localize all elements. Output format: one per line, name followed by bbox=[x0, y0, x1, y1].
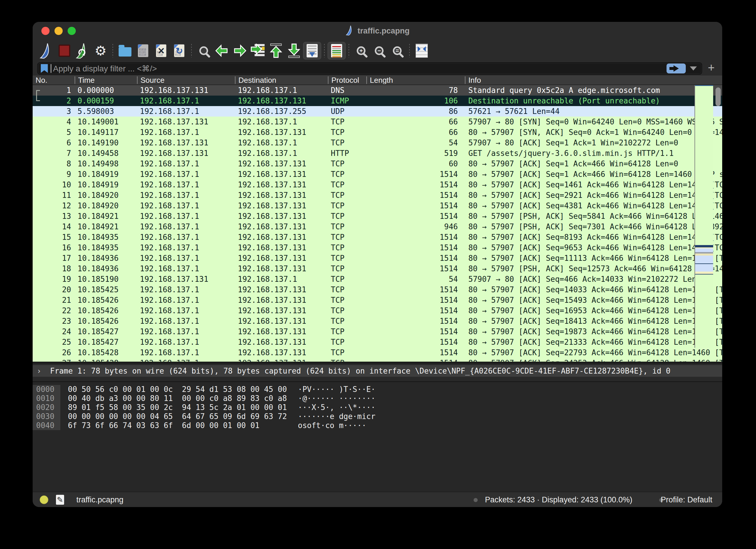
packet-row[interactable]: 410.149001192.168.137.131192.168.137.1TC… bbox=[33, 117, 722, 127]
cell-no: 21 bbox=[33, 295, 75, 305]
zoom-reset-icon[interactable]: = bbox=[388, 42, 406, 59]
cell-info: 80 → 57907 [PSH, ACK] Seq=7301 Ack=466 W… bbox=[465, 221, 722, 232]
next-packet-icon[interactable] bbox=[231, 42, 249, 59]
packet-row[interactable]: 610.149190192.168.137.131192.168.137.1TC… bbox=[33, 138, 722, 148]
minimize-window-button[interactable] bbox=[54, 27, 63, 35]
hex-row[interactable]: 002089 01 f5 58 00 35 00 2c 94 13 5c 2a … bbox=[33, 403, 722, 412]
start-capture-icon[interactable] bbox=[37, 42, 55, 59]
packet-row[interactable]: 2310.185426192.168.137.1192.168.137.131T… bbox=[33, 316, 722, 326]
resize-columns-icon[interactable] bbox=[413, 42, 431, 59]
packet-bytes-pane[interactable]: 000000 50 56 c0 00 01 00 0c 29 54 d1 53 … bbox=[33, 381, 722, 492]
packet-list[interactable]: 10.000000192.168.137.131192.168.137.1DNS… bbox=[33, 85, 722, 362]
zoom-out-icon[interactable]: − bbox=[370, 42, 388, 59]
intelligent-scrollbar-minimap[interactable] bbox=[695, 85, 713, 348]
cell-info: 80 → 57907 [PSH, ACK] Seq=12573 Ack=466 … bbox=[465, 263, 722, 274]
goto-packet-icon[interactable] bbox=[249, 42, 267, 59]
column-header-time[interactable]: Time bbox=[75, 76, 137, 84]
packet-row[interactable]: 1010.184919192.168.137.1192.168.137.131T… bbox=[33, 180, 722, 190]
cell-proto: TCP bbox=[328, 358, 366, 362]
stop-capture-icon[interactable] bbox=[55, 42, 73, 59]
hex-row[interactable]: 003000 00 00 00 00 00 04 65 64 67 65 09 … bbox=[33, 412, 722, 421]
hex-offset: 0030 bbox=[33, 412, 60, 421]
packet-row[interactable]: 2410.185427192.168.137.1192.168.137.131T… bbox=[33, 326, 722, 337]
hex-row[interactable]: 00406f 73 6f 66 74 03 63 6f 6d 00 00 01 … bbox=[33, 421, 722, 430]
close-file-icon[interactable]: 01111110✕ bbox=[152, 42, 170, 59]
column-header-info[interactable]: Info bbox=[465, 76, 722, 84]
packet-row[interactable]: 910.184919192.168.137.1192.168.137.131TC… bbox=[33, 169, 722, 180]
packet-row[interactable]: 35.598003192.168.137.1192.168.137.255UDP… bbox=[33, 106, 722, 117]
packet-row[interactable]: 2210.185426192.168.137.1192.168.137.131T… bbox=[33, 305, 722, 316]
add-filter-button[interactable]: + bbox=[706, 62, 718, 75]
packet-row[interactable]: 1710.184936192.168.137.1192.168.137.131T… bbox=[33, 253, 722, 263]
profile-text[interactable]: Profile: Default bbox=[661, 495, 712, 504]
zoom-window-button[interactable] bbox=[68, 27, 76, 35]
packet-list-header[interactable]: No.TimeSourceDestinationProtocolLengthIn… bbox=[33, 75, 722, 85]
zoom-in-icon[interactable]: + bbox=[352, 42, 370, 59]
cell-no: 8 bbox=[33, 159, 75, 169]
filter-dropdown-icon[interactable] bbox=[690, 66, 697, 71]
column-header-destination[interactable]: Destination bbox=[235, 76, 328, 84]
packet-row[interactable]: 810.149498192.168.137.1192.168.137.131TC… bbox=[33, 159, 722, 169]
open-file-icon[interactable] bbox=[116, 42, 134, 59]
close-window-button[interactable] bbox=[41, 27, 50, 35]
capture-comments-icon[interactable]: ✎ bbox=[56, 495, 64, 505]
first-packet-icon[interactable] bbox=[267, 42, 285, 59]
filter-bookmark-icon[interactable] bbox=[41, 64, 48, 73]
reload-file-icon[interactable]: 10100110↻ bbox=[170, 42, 188, 59]
display-filter-input[interactable]: Apply a display filter ... <⌘/> bbox=[37, 62, 702, 75]
save-file-icon[interactable]: 010100110101110 bbox=[134, 42, 152, 59]
hex-offset: 0010 bbox=[33, 394, 60, 403]
cell-dst: 192.168.137.131 bbox=[235, 295, 328, 305]
cell-info: 80 → 57907 [ACK] Seq=1 Ack=466 Win=64128… bbox=[465, 159, 722, 169]
packet-row[interactable]: 1410.184921192.168.137.1192.168.137.131T… bbox=[33, 221, 722, 232]
cell-info: 57907 → 80 [ACK] Seq=466 Ack=14033 Win=2… bbox=[465, 274, 722, 284]
find-packet-icon[interactable] bbox=[195, 42, 213, 59]
cell-info: 80 → 57907 [ACK] Seq=22793 Ack=466 Win=6… bbox=[465, 347, 722, 358]
column-header-protocol[interactable]: Protocol bbox=[328, 76, 366, 84]
packet-row[interactable]: 1810.184936192.168.137.1192.168.137.131T… bbox=[33, 263, 722, 274]
hex-row[interactable]: 000000 50 56 c0 00 01 00 0c 29 54 d1 53 … bbox=[33, 385, 722, 394]
packet-row[interactable]: 2710.185428192.168.137.1192.168.137.131T… bbox=[33, 358, 722, 362]
packet-row[interactable]: 1210.184920192.168.137.1192.168.137.131T… bbox=[33, 200, 722, 211]
restart-capture-icon[interactable] bbox=[73, 42, 92, 59]
packet-row[interactable]: 1610.184935192.168.137.1192.168.137.131T… bbox=[33, 242, 722, 253]
frame-summary-row[interactable]: › Frame 1: 78 bytes on wire (624 bits), … bbox=[33, 365, 722, 377]
packet-row[interactable]: 510.149117192.168.137.1192.168.137.131TC… bbox=[33, 127, 722, 138]
last-packet-icon[interactable] bbox=[285, 42, 303, 59]
packet-row[interactable]: 2610.185428192.168.137.1192.168.137.131T… bbox=[33, 347, 722, 358]
packet-row[interactable]: 2510.185427192.168.137.1192.168.137.131T… bbox=[33, 337, 722, 347]
packet-row[interactable]: 1510.184935192.168.137.1192.168.137.131T… bbox=[33, 232, 722, 242]
previous-packet-icon[interactable] bbox=[213, 42, 231, 59]
column-header-no[interactable]: No. bbox=[33, 76, 75, 84]
packet-row[interactable]: 20.000159192.168.137.1192.168.137.131ICM… bbox=[33, 96, 722, 106]
packet-row[interactable]: 710.149458192.168.137.131192.168.137.1HT… bbox=[33, 148, 722, 159]
expander-icon[interactable]: › bbox=[37, 365, 45, 377]
packet-row[interactable]: 1910.185190192.168.137.131192.168.137.1T… bbox=[33, 274, 722, 284]
text-cursor bbox=[51, 64, 51, 73]
cell-dst: 192.168.137.131 bbox=[235, 159, 328, 169]
cell-len: 1514 bbox=[366, 180, 465, 190]
apply-filter-button[interactable] bbox=[667, 64, 686, 73]
cell-proto: TCP bbox=[328, 211, 366, 221]
packet-row[interactable]: 1110.184920192.168.137.1192.168.137.131T… bbox=[33, 190, 722, 200]
column-header-length[interactable]: Length bbox=[366, 76, 465, 84]
cell-time: 10.185190 bbox=[75, 274, 137, 284]
cell-src: 192.168.137.1 bbox=[137, 242, 235, 253]
hex-bytes: 6f 73 6f 66 74 03 63 6f 6d 00 00 01 00 0… bbox=[60, 421, 298, 430]
packet-row[interactable]: 1310.184921192.168.137.1192.168.137.131T… bbox=[33, 211, 722, 221]
column-header-source[interactable]: Source bbox=[137, 76, 235, 84]
cell-info: 80 → 57907 [ACK] Seq=11113 Ack=466 Win=6… bbox=[465, 253, 722, 263]
packet-row[interactable]: 2110.185426192.168.137.1192.168.137.131T… bbox=[33, 295, 722, 305]
capture-options-icon[interactable]: ⚙ bbox=[92, 42, 110, 59]
packet-row[interactable]: 2010.185425192.168.137.1192.168.137.131T… bbox=[33, 284, 722, 295]
cell-info: 80 → 57907 [ACK] Seq=19873 Ack=466 Win=6… bbox=[465, 326, 722, 337]
cell-dst: 192.168.137.131 bbox=[235, 326, 328, 337]
cell-time: 10.149190 bbox=[75, 138, 137, 148]
hex-row[interactable]: 001000 40 db a3 00 00 80 11 00 00 c0 a8 … bbox=[33, 394, 722, 403]
cell-dst: 192.168.137.1 bbox=[235, 85, 328, 96]
packet-row[interactable]: 10.000000192.168.137.131192.168.137.1DNS… bbox=[33, 85, 722, 96]
colorize-packets-icon[interactable] bbox=[328, 42, 346, 59]
auto-scroll-icon[interactable] bbox=[303, 42, 321, 59]
expert-info-icon[interactable] bbox=[40, 495, 48, 504]
scrollbar-thumb[interactable] bbox=[715, 87, 721, 106]
